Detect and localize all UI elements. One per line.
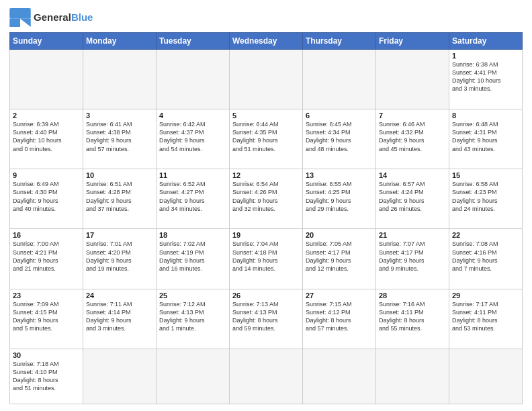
calendar-cell (230, 50, 303, 109)
week-row-3: 16Sunrise: 7:00 AM Sunset: 4:21 PM Dayli… (10, 229, 523, 289)
day-info: Sunrise: 7:15 AM Sunset: 4:12 PM Dayligh… (306, 300, 373, 333)
logo-icon (9, 8, 31, 27)
day-info: Sunrise: 7:02 AM Sunset: 4:19 PM Dayligh… (159, 240, 226, 273)
calendar-cell: 24Sunrise: 7:11 AM Sunset: 4:14 PM Dayli… (83, 289, 157, 349)
day-info: Sunrise: 7:01 AM Sunset: 4:20 PM Dayligh… (86, 240, 153, 273)
day-info: Sunrise: 6:51 AM Sunset: 4:28 PM Dayligh… (86, 180, 153, 213)
day-number: 19 (232, 231, 300, 239)
calendar-cell: 13Sunrise: 6:55 AM Sunset: 4:25 PM Dayli… (303, 169, 376, 229)
day-number: 17 (86, 231, 153, 239)
logo: GeneralBlue (9, 8, 93, 27)
day-number: 8 (452, 111, 519, 120)
calendar-cell: 5Sunrise: 6:44 AM Sunset: 4:35 PM Daylig… (230, 109, 303, 169)
day-info: Sunrise: 7:17 AM Sunset: 4:11 PM Dayligh… (452, 300, 519, 333)
day-number: 25 (159, 291, 226, 300)
day-info: Sunrise: 6:41 AM Sunset: 4:38 PM Dayligh… (86, 120, 153, 153)
week-row-1: 2Sunrise: 6:39 AM Sunset: 4:40 PM Daylig… (10, 109, 523, 169)
calendar-cell: 11Sunrise: 6:52 AM Sunset: 4:27 PM Dayli… (157, 169, 230, 229)
day-info: Sunrise: 6:48 AM Sunset: 4:31 PM Dayligh… (452, 120, 519, 153)
calendar-cell (376, 50, 449, 109)
day-info: Sunrise: 6:58 AM Sunset: 4:23 PM Dayligh… (452, 180, 519, 213)
day-number: 11 (159, 171, 226, 179)
weekday-header-tuesday: Tuesday (157, 33, 230, 50)
day-info: Sunrise: 7:08 AM Sunset: 4:16 PM Dayligh… (452, 240, 519, 273)
day-number: 13 (306, 171, 373, 179)
day-number: 23 (13, 291, 80, 300)
week-row-4: 23Sunrise: 7:09 AM Sunset: 4:15 PM Dayli… (10, 289, 523, 349)
calendar-cell: 2Sunrise: 6:39 AM Sunset: 4:40 PM Daylig… (10, 109, 83, 169)
day-number: 18 (159, 231, 226, 239)
calendar-cell (83, 50, 157, 109)
day-number: 4 (159, 111, 226, 120)
calendar-cell: 29Sunrise: 7:17 AM Sunset: 4:11 PM Dayli… (449, 289, 523, 349)
day-number: 10 (86, 171, 153, 179)
calendar-cell: 19Sunrise: 7:04 AM Sunset: 4:18 PM Dayli… (230, 229, 303, 289)
calendar-cell: 17Sunrise: 7:01 AM Sunset: 4:20 PM Dayli… (83, 229, 157, 289)
day-number: 20 (306, 231, 373, 239)
weekday-header-sunday: Sunday (10, 33, 83, 50)
calendar-cell: 18Sunrise: 7:02 AM Sunset: 4:19 PM Dayli… (157, 229, 230, 289)
weekday-header-monday: Monday (83, 33, 157, 50)
day-number: 5 (232, 111, 300, 120)
calendar-cell: 4Sunrise: 6:42 AM Sunset: 4:37 PM Daylig… (157, 109, 230, 169)
calendar-cell: 14Sunrise: 6:57 AM Sunset: 4:24 PM Dayli… (376, 169, 449, 229)
day-number: 2 (13, 111, 80, 120)
day-info: Sunrise: 7:05 AM Sunset: 4:17 PM Dayligh… (306, 240, 373, 273)
day-info: Sunrise: 7:09 AM Sunset: 4:15 PM Dayligh… (13, 300, 80, 333)
week-row-0: 1Sunrise: 6:38 AM Sunset: 4:41 PM Daylig… (10, 50, 523, 109)
day-number: 1 (452, 52, 519, 60)
day-number: 26 (232, 291, 300, 300)
week-row-5: 30Sunrise: 7:18 AM Sunset: 4:10 PM Dayli… (10, 349, 523, 404)
day-number: 30 (13, 351, 80, 359)
day-number: 22 (452, 231, 519, 239)
day-number: 28 (379, 291, 446, 300)
calendar-cell: 10Sunrise: 6:51 AM Sunset: 4:28 PM Dayli… (83, 169, 157, 229)
calendar-cell: 28Sunrise: 7:16 AM Sunset: 4:11 PM Dayli… (376, 289, 449, 349)
weekday-header-wednesday: Wednesday (230, 33, 303, 50)
day-info: Sunrise: 7:13 AM Sunset: 4:13 PM Dayligh… (232, 300, 300, 333)
day-info: Sunrise: 6:52 AM Sunset: 4:27 PM Dayligh… (159, 180, 226, 213)
day-number: 3 (86, 111, 153, 120)
calendar-cell (449, 349, 523, 404)
day-info: Sunrise: 6:45 AM Sunset: 4:34 PM Dayligh… (306, 120, 373, 153)
calendar-cell (230, 349, 303, 404)
day-info: Sunrise: 7:12 AM Sunset: 4:13 PM Dayligh… (159, 300, 226, 333)
calendar-cell: 30Sunrise: 7:18 AM Sunset: 4:10 PM Dayli… (10, 349, 83, 404)
day-number: 9 (13, 171, 80, 179)
weekday-header-saturday: Saturday (449, 33, 523, 50)
day-number: 21 (379, 231, 446, 239)
calendar-cell: 3Sunrise: 6:41 AM Sunset: 4:38 PM Daylig… (83, 109, 157, 169)
calendar-cell: 6Sunrise: 6:45 AM Sunset: 4:34 PM Daylig… (303, 109, 376, 169)
day-info: Sunrise: 7:11 AM Sunset: 4:14 PM Dayligh… (86, 300, 153, 333)
day-info: Sunrise: 6:54 AM Sunset: 4:26 PM Dayligh… (232, 180, 300, 213)
calendar: SundayMondayTuesdayWednesdayThursdayFrid… (9, 32, 523, 404)
day-number: 24 (86, 291, 153, 300)
calendar-cell (303, 50, 376, 109)
day-info: Sunrise: 6:38 AM Sunset: 4:41 PM Dayligh… (452, 60, 519, 93)
day-number: 12 (232, 171, 300, 179)
day-info: Sunrise: 7:00 AM Sunset: 4:21 PM Dayligh… (13, 240, 80, 273)
weekday-header-friday: Friday (376, 33, 449, 50)
day-number: 6 (306, 111, 373, 120)
calendar-cell (83, 349, 157, 404)
day-info: Sunrise: 6:46 AM Sunset: 4:32 PM Dayligh… (379, 120, 446, 153)
day-number: 14 (379, 171, 446, 179)
weekday-header-row: SundayMondayTuesdayWednesdayThursdayFrid… (10, 33, 523, 50)
day-info: Sunrise: 7:18 AM Sunset: 4:10 PM Dayligh… (13, 360, 80, 393)
calendar-cell: 15Sunrise: 6:58 AM Sunset: 4:23 PM Dayli… (449, 169, 523, 229)
calendar-cell: 25Sunrise: 7:12 AM Sunset: 4:13 PM Dayli… (157, 289, 230, 349)
weekday-header-thursday: Thursday (303, 33, 376, 50)
day-number: 16 (13, 231, 80, 239)
calendar-cell: 9Sunrise: 6:49 AM Sunset: 4:30 PM Daylig… (10, 169, 83, 229)
day-info: Sunrise: 6:44 AM Sunset: 4:35 PM Dayligh… (232, 120, 300, 153)
svg-marker-1 (20, 19, 31, 27)
day-info: Sunrise: 7:16 AM Sunset: 4:11 PM Dayligh… (379, 300, 446, 333)
calendar-cell (157, 349, 230, 404)
calendar-cell: 1Sunrise: 6:38 AM Sunset: 4:41 PM Daylig… (449, 50, 523, 109)
day-info: Sunrise: 6:39 AM Sunset: 4:40 PM Dayligh… (13, 120, 80, 153)
header: GeneralBlue (9, 8, 523, 27)
week-row-2: 9Sunrise: 6:49 AM Sunset: 4:30 PM Daylig… (10, 169, 523, 229)
day-number: 27 (306, 291, 373, 300)
calendar-cell: 23Sunrise: 7:09 AM Sunset: 4:15 PM Dayli… (10, 289, 83, 349)
calendar-cell: 12Sunrise: 6:54 AM Sunset: 4:26 PM Dayli… (230, 169, 303, 229)
